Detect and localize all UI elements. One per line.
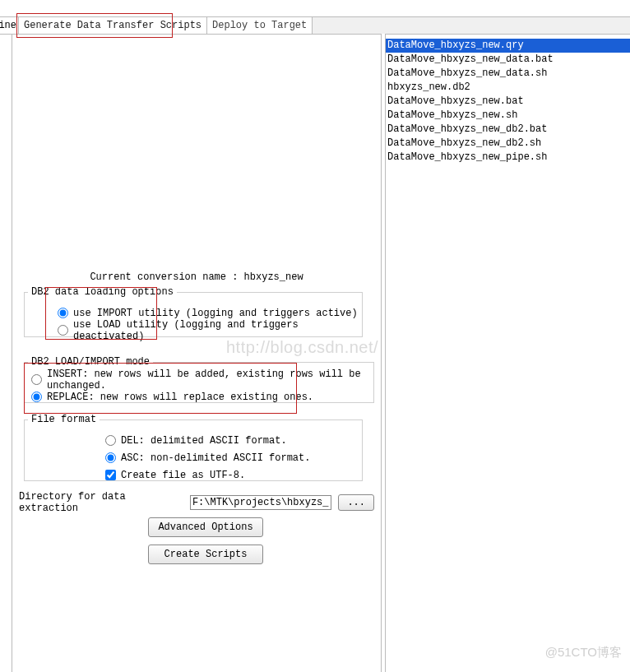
- main-area: Current conversion name : hbxyzs_new DB2…: [12, 34, 630, 672]
- file-item[interactable]: DataMove_hbxyzs_new_db2.bat: [386, 123, 630, 137]
- group-file-format: File format DEL: delimited ASCII format.…: [24, 414, 363, 481]
- file-item[interactable]: DataMove_hbxyzs_new_db2.sh: [386, 137, 630, 151]
- directory-row: Directory for data extraction ...: [19, 491, 374, 514]
- tab-generate-scripts[interactable]: Generate Data Transfer Scripts: [19, 17, 207, 34]
- conversion-name-label: Current conversion name : hbxyzs_new: [12, 271, 381, 283]
- group-mode-legend: DB2 LOAD/IMPORT mode: [28, 356, 153, 368]
- file-item[interactable]: DataMove_hbxyzs_new_data.bat: [386, 53, 630, 67]
- tab-leftover: ine: [0, 17, 19, 34]
- file-item[interactable]: DataMove_hbxyzs_new.sh: [386, 109, 630, 123]
- radio-asc[interactable]: [105, 452, 116, 463]
- radio-replace-label: REPLACE: new rows will replace existing …: [47, 392, 313, 403]
- browse-button[interactable]: ...: [338, 494, 374, 511]
- check-utf8-label: Create file as UTF-8.: [121, 470, 245, 481]
- radio-del-row[interactable]: DEL: delimited ASCII format.: [25, 432, 362, 449]
- advanced-options-button[interactable]: Advanced Options: [148, 517, 263, 537]
- file-item[interactable]: DataMove_hbxyzs_new_data.sh: [386, 67, 630, 81]
- directory-label: Directory for data extraction: [19, 491, 183, 514]
- directory-input[interactable]: [190, 495, 332, 510]
- radio-del[interactable]: [105, 435, 116, 446]
- file-item[interactable]: DataMove_hbxyzs_new.qry: [386, 39, 630, 53]
- group-db2-loading-legend: DB2 data loading options: [28, 286, 177, 298]
- left-panel: Current conversion name : hbxyzs_new DB2…: [12, 34, 381, 672]
- group-mode: DB2 LOAD/IMPORT mode INSERT: new rows wi…: [24, 356, 374, 403]
- radio-insert-row[interactable]: INSERT: new rows will be added, existing…: [25, 371, 373, 388]
- file-item[interactable]: DataMove_hbxyzs_new.bat: [386, 95, 630, 109]
- radio-import[interactable]: [58, 308, 68, 318]
- radio-asc-label: ASC: non-delimited ASCII format.: [121, 452, 310, 464]
- check-utf8[interactable]: [105, 470, 116, 480]
- radio-insert[interactable]: [31, 374, 42, 385]
- group-file-format-legend: File format: [28, 414, 100, 425]
- tab-bar: ine Generate Data Transfer Scripts Deplo…: [0, 16, 630, 35]
- radio-import-label: use IMPORT utility (logging and triggers…: [73, 308, 358, 319]
- radio-insert-label: INSERT: new rows will be added, existing…: [47, 368, 373, 392]
- radio-load[interactable]: [58, 325, 68, 336]
- radio-load-label: use LOAD utility (logging and triggers d…: [73, 319, 362, 342]
- radio-load-row[interactable]: use LOAD utility (logging and triggers d…: [25, 322, 362, 339]
- create-scripts-button[interactable]: Create Scripts: [148, 545, 263, 564]
- file-list: DataMove_hbxyzs_new.qry DataMove_hbxyzs_…: [386, 39, 630, 165]
- file-item[interactable]: DataMove_hbxyzs_new_pipe.sh: [386, 151, 630, 165]
- radio-del-label: DEL: delimited ASCII format.: [121, 435, 287, 447]
- check-utf8-row[interactable]: Create file as UTF-8.: [25, 466, 362, 484]
- file-item[interactable]: hbxyzs_new.db2: [386, 81, 630, 95]
- radio-replace[interactable]: [31, 392, 42, 402]
- group-db2-loading: DB2 data loading options use IMPORT util…: [24, 286, 363, 337]
- tab-deploy-target[interactable]: Deploy to Target: [207, 17, 313, 34]
- radio-asc-row[interactable]: ASC: non-delimited ASCII format.: [25, 449, 362, 466]
- right-panel: DataMove_hbxyzs_new.qry DataMove_hbxyzs_…: [386, 34, 630, 672]
